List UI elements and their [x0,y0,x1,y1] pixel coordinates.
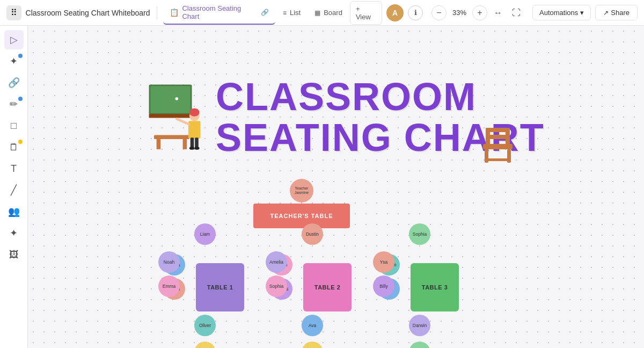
svg-rect-4 [157,139,161,149]
teacher-illustration [147,79,211,165]
topbar: ⠿ Classroom Seating Chart Whiteboard 📋 C… [0,0,644,26]
sidebar-item-people[interactable]: 👥 [4,202,24,221]
sidebar-item-line[interactable]: ╱ [4,180,24,200]
tab-classroom[interactable]: 📋 Classroom Seating Chart 🔗 [163,1,275,25]
teacher-section: TeacherJasmine TEACHER'S TABLE [253,179,350,228]
student-noah[interactable]: Noah [158,251,180,273]
zoom-out-button[interactable]: − [431,5,447,20]
user-avatar[interactable]: A [386,4,404,21]
svg-rect-5 [183,139,187,149]
whiteboard-title: Classroom Seating Chart Whiteboard [26,9,150,17]
svg-line-11 [177,119,188,124]
svg-rect-17 [486,128,510,132]
student-jamie[interactable]: Jamie [409,342,430,348]
info-button[interactable]: ℹ [408,5,423,20]
svg-rect-2 [149,114,192,118]
student-jean[interactable]: Jean [302,342,323,348]
draw-dot [18,54,23,58]
sidebar-item-pen[interactable]: ✏ [4,95,24,114]
table3-desk: TABLE 3 [411,263,459,311]
automations-button[interactable]: Automations ▾ [532,5,591,20]
sidebar-item-link[interactable]: 🔗 [4,73,24,92]
teachers-table: TEACHER'S TABLE [253,204,350,228]
table2-desk: TABLE 2 [303,263,352,311]
fit-width-button[interactable]: ↔ [491,6,506,20]
sidebar-item-image[interactable]: 🖼 [4,245,24,264]
svg-point-7 [189,108,200,117]
zoom-controls: − 33% + ↔ ⛶ [427,5,528,20]
student-billy[interactable]: Billy [373,276,394,297]
svg-rect-1 [150,86,190,113]
tab-list[interactable]: ≡ List [276,5,307,20]
student-amelia[interactable]: Amelia [266,251,287,273]
svg-point-14 [175,97,178,100]
sidebar-item-draw[interactable]: ✦ [4,52,24,71]
student-liam[interactable]: Liam [194,223,216,245]
add-view-button[interactable]: + View [350,1,382,25]
app-logo[interactable]: ⠿ [6,5,21,20]
student-dustin[interactable]: Dustin [302,223,323,245]
sidebar-item-star[interactable]: ✦ [4,223,24,243]
student-isabela[interactable]: Isabela [194,342,216,348]
table1-desk: TABLE 1 [196,263,244,311]
sidebar: ▷ ✦ 🔗 ✏ □ 🗒 T ╱ 👥 ✦ 🖼 [0,26,28,348]
svg-rect-8 [188,121,201,139]
svg-rect-3 [154,135,189,140]
fullscreen-button[interactable]: ⛶ [509,6,524,20]
student-darwin[interactable]: Darwin [409,315,430,336]
svg-rect-10 [195,137,199,148]
tab-board[interactable]: ▦ Board [308,5,349,20]
sidebar-item-shape[interactable]: □ [4,116,24,135]
whiteboard-content: CLASSROOM SEATING CHART [28,26,644,348]
sidebar-item-note[interactable]: 🗒 [4,137,24,157]
student-oliver[interactable]: Oliver [194,315,216,336]
svg-rect-22 [485,158,511,161]
divider [157,6,157,19]
teacher-bubble: TeacherJasmine [290,179,313,202]
svg-point-13 [194,147,199,150]
sidebar-item-text[interactable]: T [4,159,24,178]
topbar-right: A ℹ − 33% + ↔ ⛶ Automations ▾ ↗ Share [386,4,638,21]
note-dot [18,140,23,144]
canvas[interactable]: CLASSROOM SEATING CHART [28,26,644,348]
student-ysa[interactable]: Ysa [373,251,394,273]
student-emma[interactable]: Emma [158,276,180,297]
pen-dot [18,97,23,101]
student-sophia3[interactable]: Sophia [409,223,430,245]
chair-icon [480,125,515,165]
student-sophia2[interactable]: Sophia [266,276,287,297]
svg-rect-19 [483,144,513,149]
svg-point-12 [189,147,194,150]
share-button[interactable]: ↗ Share [595,5,638,20]
sidebar-item-cursor[interactable]: ▷ [4,30,24,49]
student-ava[interactable]: Ava [302,315,323,336]
tab-group: 📋 Classroom Seating Chart 🔗 ≡ List ▦ Boa… [163,1,382,25]
svg-rect-18 [486,135,510,139]
svg-rect-9 [191,137,194,148]
zoom-level: 33% [450,9,469,17]
zoom-in-button[interactable]: + [472,5,487,20]
